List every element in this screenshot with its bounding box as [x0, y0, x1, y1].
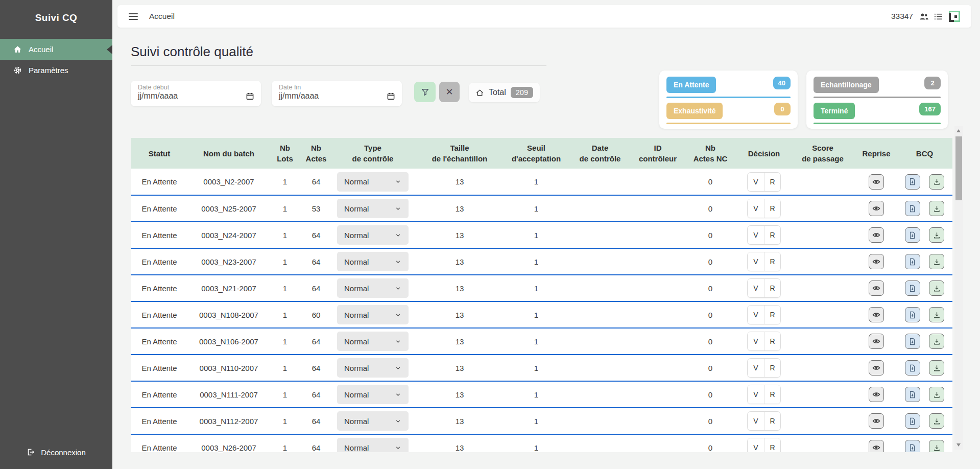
table-scrollbar[interactable]	[954, 126, 963, 450]
status-chip[interactable]: Echantillonage	[814, 77, 879, 93]
type-controle-select[interactable]: Normal	[337, 252, 409, 271]
reject-button[interactable]: R	[764, 226, 780, 244]
download-button[interactable]	[929, 280, 944, 296]
clear-filter-button[interactable]: ✕	[439, 82, 460, 102]
cell-bcq	[897, 195, 952, 222]
view-button[interactable]	[869, 334, 884, 349]
reject-button[interactable]: R	[764, 332, 780, 350]
view-button[interactable]	[869, 174, 884, 190]
calendar-icon[interactable]	[246, 92, 254, 100]
export-file-button[interactable]	[905, 334, 920, 349]
sidebar-item-accueil[interactable]: Accueil	[0, 39, 112, 60]
view-button[interactable]	[869, 360, 884, 376]
type-controle-select[interactable]: Normal	[337, 199, 409, 218]
type-controle-select[interactable]: Normal	[337, 305, 409, 324]
status-chip[interactable]: En Attente	[666, 77, 716, 93]
type-controle-select[interactable]: Normal	[337, 438, 409, 452]
download-button[interactable]	[929, 307, 944, 322]
date-start-field[interactable]: Date début jj/mm/aaaa	[131, 81, 261, 106]
download-button[interactable]	[929, 227, 944, 243]
view-button[interactable]	[869, 440, 884, 452]
logout-button[interactable]: Déconnexion	[0, 444, 112, 461]
download-button[interactable]	[929, 254, 944, 269]
validate-button[interactable]: V	[748, 279, 764, 297]
reject-button[interactable]: R	[764, 306, 780, 324]
cell-date-controle	[567, 275, 633, 301]
calendar-icon[interactable]	[387, 92, 395, 100]
users-icon[interactable]	[919, 12, 929, 21]
type-controle-select[interactable]: Normal	[337, 385, 409, 404]
scroll-down-icon[interactable]	[957, 443, 961, 447]
type-controle-select[interactable]: Normal	[337, 332, 409, 351]
file-download-icon	[909, 364, 916, 372]
download-button[interactable]	[929, 387, 944, 402]
cell-reprise	[856, 408, 897, 434]
cell-seuil-acceptation: 1	[506, 355, 567, 381]
cell-bcq	[897, 381, 952, 408]
export-file-button[interactable]	[905, 307, 920, 322]
validate-button[interactable]: V	[748, 385, 764, 404]
validate-button[interactable]: V	[748, 199, 764, 218]
type-controle-select[interactable]: Normal	[337, 358, 409, 378]
date-end-field[interactable]: Date fin jj/mm/aaaa	[272, 81, 402, 106]
export-file-button[interactable]	[905, 387, 920, 402]
validate-button[interactable]: V	[748, 332, 764, 350]
hamburger-menu-icon[interactable]	[129, 13, 138, 20]
status-chip[interactable]: Terminé	[814, 103, 855, 119]
cell-score-passage	[790, 355, 856, 381]
type-controle-select[interactable]: Normal	[337, 278, 409, 298]
type-controle-select[interactable]: Normal	[337, 172, 409, 192]
cell-reprise	[856, 222, 897, 248]
validate-button[interactable]: V	[748, 306, 764, 324]
validate-button[interactable]: V	[748, 226, 764, 244]
list-icon[interactable]	[934, 12, 944, 21]
type-controle-select[interactable]: Normal	[337, 411, 409, 431]
view-button[interactable]	[869, 227, 884, 243]
cell-nb-actes: 64	[300, 169, 332, 195]
export-file-button[interactable]	[905, 227, 920, 243]
export-file-button[interactable]	[905, 440, 920, 452]
export-file-button[interactable]	[905, 280, 920, 296]
reject-button[interactable]: R	[764, 173, 780, 191]
view-button[interactable]	[869, 387, 884, 402]
validate-button[interactable]: V	[748, 438, 764, 452]
view-button[interactable]	[869, 201, 884, 216]
reject-button[interactable]: R	[764, 252, 780, 271]
scroll-up-icon[interactable]	[957, 129, 961, 132]
download-button[interactable]	[929, 201, 944, 216]
export-file-button[interactable]	[905, 413, 920, 429]
export-file-button[interactable]	[905, 360, 920, 376]
reject-button[interactable]: R	[764, 385, 780, 404]
validate-button[interactable]: V	[748, 252, 764, 271]
app-logo-icon[interactable]	[949, 11, 960, 22]
download-button[interactable]	[929, 360, 944, 376]
reject-button[interactable]: R	[764, 279, 780, 297]
download-button[interactable]	[929, 174, 944, 190]
export-file-button[interactable]	[905, 174, 920, 190]
reject-button[interactable]: R	[764, 199, 780, 218]
download-button[interactable]	[929, 334, 944, 349]
download-button[interactable]	[929, 413, 944, 429]
reject-button[interactable]: R	[764, 359, 780, 377]
reject-button[interactable]: R	[764, 438, 780, 452]
apply-filter-button[interactable]	[414, 82, 436, 102]
validate-button[interactable]: V	[748, 173, 764, 191]
export-file-button[interactable]	[905, 201, 920, 216]
cell-seuil-acceptation: 1	[506, 408, 567, 434]
total-count-badge: 209	[511, 87, 533, 98]
sidebar-item-parametres[interactable]: Paramètres	[0, 60, 112, 81]
reject-button[interactable]: R	[764, 412, 780, 430]
status-chip[interactable]: Exhaustivité	[666, 103, 723, 119]
view-button[interactable]	[869, 413, 884, 429]
export-file-button[interactable]	[905, 254, 920, 269]
type-controle-value: Normal	[344, 390, 369, 399]
view-button[interactable]	[869, 254, 884, 269]
validate-button[interactable]: V	[748, 412, 764, 430]
scrollbar-thumb[interactable]	[955, 136, 962, 200]
download-button[interactable]	[929, 440, 944, 452]
view-button[interactable]	[869, 280, 884, 296]
validate-button[interactable]: V	[748, 359, 764, 377]
type-controle-select[interactable]: Normal	[337, 225, 409, 245]
view-button[interactable]	[869, 307, 884, 322]
cell-score-passage	[790, 408, 856, 434]
